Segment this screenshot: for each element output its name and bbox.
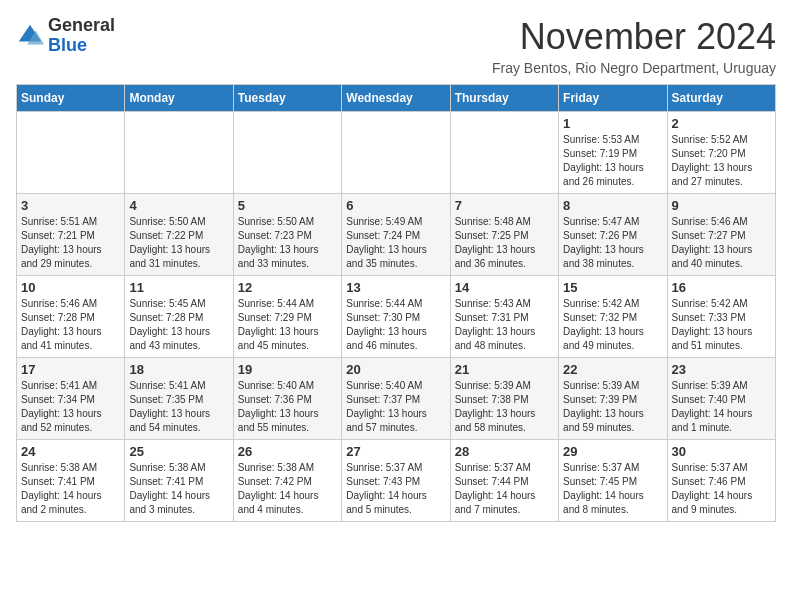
day-header-sunday: Sunday <box>17 85 125 112</box>
day-number: 1 <box>563 116 662 131</box>
day-number: 23 <box>672 362 771 377</box>
location-subtitle: Fray Bentos, Rio Negro Department, Urugu… <box>492 60 776 76</box>
day-number: 13 <box>346 280 445 295</box>
day-number: 9 <box>672 198 771 213</box>
day-number: 12 <box>238 280 337 295</box>
calendar-cell: 9Sunrise: 5:46 AM Sunset: 7:27 PM Daylig… <box>667 194 775 276</box>
day-number: 7 <box>455 198 554 213</box>
calendar-cell: 29Sunrise: 5:37 AM Sunset: 7:45 PM Dayli… <box>559 440 667 522</box>
day-number: 18 <box>129 362 228 377</box>
day-info: Sunrise: 5:48 AM Sunset: 7:25 PM Dayligh… <box>455 215 554 271</box>
calendar-cell: 5Sunrise: 5:50 AM Sunset: 7:23 PM Daylig… <box>233 194 341 276</box>
day-number: 30 <box>672 444 771 459</box>
calendar-cell: 26Sunrise: 5:38 AM Sunset: 7:42 PM Dayli… <box>233 440 341 522</box>
day-number: 3 <box>21 198 120 213</box>
calendar-cell: 16Sunrise: 5:42 AM Sunset: 7:33 PM Dayli… <box>667 276 775 358</box>
calendar-cell: 7Sunrise: 5:48 AM Sunset: 7:25 PM Daylig… <box>450 194 558 276</box>
day-info: Sunrise: 5:50 AM Sunset: 7:23 PM Dayligh… <box>238 215 337 271</box>
day-number: 29 <box>563 444 662 459</box>
calendar-header-row: SundayMondayTuesdayWednesdayThursdayFrid… <box>17 85 776 112</box>
day-header-tuesday: Tuesday <box>233 85 341 112</box>
day-number: 15 <box>563 280 662 295</box>
day-info: Sunrise: 5:47 AM Sunset: 7:26 PM Dayligh… <box>563 215 662 271</box>
calendar-cell: 18Sunrise: 5:41 AM Sunset: 7:35 PM Dayli… <box>125 358 233 440</box>
calendar-cell: 2Sunrise: 5:52 AM Sunset: 7:20 PM Daylig… <box>667 112 775 194</box>
day-info: Sunrise: 5:38 AM Sunset: 7:41 PM Dayligh… <box>21 461 120 517</box>
day-number: 11 <box>129 280 228 295</box>
day-number: 21 <box>455 362 554 377</box>
day-header-monday: Monday <box>125 85 233 112</box>
calendar-cell: 23Sunrise: 5:39 AM Sunset: 7:40 PM Dayli… <box>667 358 775 440</box>
day-number: 27 <box>346 444 445 459</box>
calendar-week-row: 17Sunrise: 5:41 AM Sunset: 7:34 PM Dayli… <box>17 358 776 440</box>
calendar-cell: 4Sunrise: 5:50 AM Sunset: 7:22 PM Daylig… <box>125 194 233 276</box>
day-info: Sunrise: 5:51 AM Sunset: 7:21 PM Dayligh… <box>21 215 120 271</box>
day-info: Sunrise: 5:44 AM Sunset: 7:29 PM Dayligh… <box>238 297 337 353</box>
day-header-thursday: Thursday <box>450 85 558 112</box>
day-info: Sunrise: 5:39 AM Sunset: 7:39 PM Dayligh… <box>563 379 662 435</box>
day-info: Sunrise: 5:39 AM Sunset: 7:38 PM Dayligh… <box>455 379 554 435</box>
page-header: General Blue November 2024 Fray Bentos, … <box>16 16 776 76</box>
calendar-cell: 24Sunrise: 5:38 AM Sunset: 7:41 PM Dayli… <box>17 440 125 522</box>
day-info: Sunrise: 5:37 AM Sunset: 7:46 PM Dayligh… <box>672 461 771 517</box>
day-number: 28 <box>455 444 554 459</box>
calendar-cell: 12Sunrise: 5:44 AM Sunset: 7:29 PM Dayli… <box>233 276 341 358</box>
calendar-cell <box>17 112 125 194</box>
title-block: November 2024 Fray Bentos, Rio Negro Dep… <box>492 16 776 76</box>
calendar-cell: 3Sunrise: 5:51 AM Sunset: 7:21 PM Daylig… <box>17 194 125 276</box>
day-info: Sunrise: 5:38 AM Sunset: 7:42 PM Dayligh… <box>238 461 337 517</box>
calendar-cell: 6Sunrise: 5:49 AM Sunset: 7:24 PM Daylig… <box>342 194 450 276</box>
calendar-week-row: 3Sunrise: 5:51 AM Sunset: 7:21 PM Daylig… <box>17 194 776 276</box>
logo-general-text: General <box>48 15 115 35</box>
calendar-cell: 27Sunrise: 5:37 AM Sunset: 7:43 PM Dayli… <box>342 440 450 522</box>
day-number: 20 <box>346 362 445 377</box>
calendar-cell: 17Sunrise: 5:41 AM Sunset: 7:34 PM Dayli… <box>17 358 125 440</box>
day-info: Sunrise: 5:41 AM Sunset: 7:34 PM Dayligh… <box>21 379 120 435</box>
logo: General Blue <box>16 16 115 56</box>
day-number: 25 <box>129 444 228 459</box>
calendar-cell: 15Sunrise: 5:42 AM Sunset: 7:32 PM Dayli… <box>559 276 667 358</box>
day-number: 26 <box>238 444 337 459</box>
day-number: 2 <box>672 116 771 131</box>
day-number: 8 <box>563 198 662 213</box>
day-info: Sunrise: 5:46 AM Sunset: 7:28 PM Dayligh… <box>21 297 120 353</box>
day-info: Sunrise: 5:52 AM Sunset: 7:20 PM Dayligh… <box>672 133 771 189</box>
calendar-cell: 21Sunrise: 5:39 AM Sunset: 7:38 PM Dayli… <box>450 358 558 440</box>
calendar-week-row: 1Sunrise: 5:53 AM Sunset: 7:19 PM Daylig… <box>17 112 776 194</box>
day-header-saturday: Saturday <box>667 85 775 112</box>
calendar-cell: 25Sunrise: 5:38 AM Sunset: 7:41 PM Dayli… <box>125 440 233 522</box>
day-info: Sunrise: 5:46 AM Sunset: 7:27 PM Dayligh… <box>672 215 771 271</box>
day-number: 24 <box>21 444 120 459</box>
day-info: Sunrise: 5:42 AM Sunset: 7:32 PM Dayligh… <box>563 297 662 353</box>
calendar-cell: 14Sunrise: 5:43 AM Sunset: 7:31 PM Dayli… <box>450 276 558 358</box>
day-info: Sunrise: 5:45 AM Sunset: 7:28 PM Dayligh… <box>129 297 228 353</box>
calendar-week-row: 10Sunrise: 5:46 AM Sunset: 7:28 PM Dayli… <box>17 276 776 358</box>
calendar-cell <box>342 112 450 194</box>
day-info: Sunrise: 5:40 AM Sunset: 7:36 PM Dayligh… <box>238 379 337 435</box>
month-title: November 2024 <box>492 16 776 58</box>
day-info: Sunrise: 5:43 AM Sunset: 7:31 PM Dayligh… <box>455 297 554 353</box>
day-info: Sunrise: 5:37 AM Sunset: 7:43 PM Dayligh… <box>346 461 445 517</box>
logo-icon <box>16 22 44 50</box>
calendar-cell <box>450 112 558 194</box>
calendar-cell: 19Sunrise: 5:40 AM Sunset: 7:36 PM Dayli… <box>233 358 341 440</box>
day-info: Sunrise: 5:41 AM Sunset: 7:35 PM Dayligh… <box>129 379 228 435</box>
day-info: Sunrise: 5:37 AM Sunset: 7:45 PM Dayligh… <box>563 461 662 517</box>
day-number: 22 <box>563 362 662 377</box>
calendar-cell: 20Sunrise: 5:40 AM Sunset: 7:37 PM Dayli… <box>342 358 450 440</box>
day-number: 5 <box>238 198 337 213</box>
day-number: 19 <box>238 362 337 377</box>
day-info: Sunrise: 5:39 AM Sunset: 7:40 PM Dayligh… <box>672 379 771 435</box>
day-number: 14 <box>455 280 554 295</box>
calendar-cell <box>233 112 341 194</box>
calendar-cell: 10Sunrise: 5:46 AM Sunset: 7:28 PM Dayli… <box>17 276 125 358</box>
calendar-cell: 28Sunrise: 5:37 AM Sunset: 7:44 PM Dayli… <box>450 440 558 522</box>
day-info: Sunrise: 5:49 AM Sunset: 7:24 PM Dayligh… <box>346 215 445 271</box>
day-header-friday: Friday <box>559 85 667 112</box>
day-info: Sunrise: 5:40 AM Sunset: 7:37 PM Dayligh… <box>346 379 445 435</box>
day-header-wednesday: Wednesday <box>342 85 450 112</box>
logo-blue-text: Blue <box>48 35 87 55</box>
calendar-week-row: 24Sunrise: 5:38 AM Sunset: 7:41 PM Dayli… <box>17 440 776 522</box>
calendar-cell: 22Sunrise: 5:39 AM Sunset: 7:39 PM Dayli… <box>559 358 667 440</box>
day-info: Sunrise: 5:38 AM Sunset: 7:41 PM Dayligh… <box>129 461 228 517</box>
